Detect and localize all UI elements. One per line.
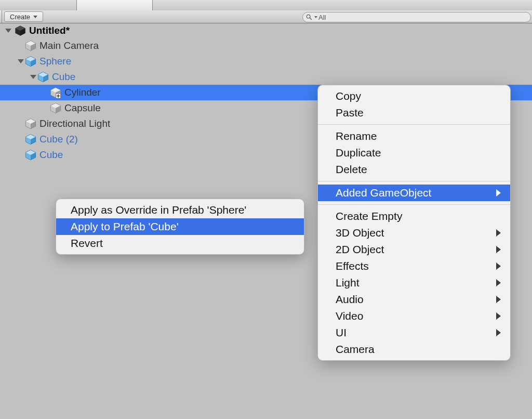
hierarchy-row-label: Capsule <box>64 102 101 114</box>
submenu-item-label: Apply to Prefab 'Cube' <box>71 220 179 232</box>
context-menu-item-3d-object[interactable]: 3D Object <box>318 225 510 241</box>
create-button-label: Create <box>10 13 30 21</box>
hierarchy-row-label: Cube <box>39 149 63 161</box>
context-menu-item-label: Copy <box>336 90 361 102</box>
context-menu-item-2d-object[interactable]: 2D Object <box>318 241 510 258</box>
submenu-item-label: Revert <box>71 237 103 249</box>
context-menu-item-effects[interactable]: Effects <box>318 258 510 274</box>
hierarchy-row-label: Cube (2) <box>39 134 78 145</box>
submenu-item-revert[interactable]: Revert <box>56 235 304 252</box>
context-menu-item-duplicate[interactable]: Duplicate <box>318 145 510 161</box>
hierarchy-search-input[interactable]: All <box>302 12 531 22</box>
search-placeholder: All <box>318 14 326 21</box>
svg-line-1 <box>310 18 311 19</box>
context-menu-item-light[interactable]: Light <box>318 274 510 291</box>
prefab-cube-icon <box>25 134 36 145</box>
disclosure-triangle-icon[interactable] <box>17 59 25 63</box>
context-menu-item-label: Camera <box>336 343 375 356</box>
disclosure-triangle-icon[interactable] <box>5 29 11 33</box>
create-button[interactable]: Create <box>4 11 43 22</box>
context-menu-item-paste[interactable]: Paste <box>318 104 510 121</box>
gameobject-cube-icon <box>50 102 61 114</box>
submenu-item-apply-as-override-in-prefab-sphere-[interactable]: Apply as Override in Prefab 'Sphere' <box>56 202 304 218</box>
context-menu-item-rename[interactable]: Rename <box>318 128 510 145</box>
hierarchy-context-menu: CopyPasteRenameDuplicateDeleteAdded Game… <box>317 85 511 361</box>
hierarchy-row-label: Main Camera <box>39 40 99 51</box>
hierarchy-row-label: Directional Light <box>39 118 110 129</box>
hierarchy-row-sphere[interactable]: Sphere <box>0 54 532 69</box>
active-tab-gap <box>76 0 153 11</box>
context-menu-item-label: Delete <box>336 163 367 176</box>
context-menu-item-video[interactable]: Video <box>318 308 510 324</box>
editor-tab-strip <box>0 0 532 11</box>
context-menu-item-label: Effects <box>336 260 369 272</box>
context-menu-item-label: Light <box>336 277 360 289</box>
context-menu-item-label: 2D Object <box>336 243 384 256</box>
scene-title: Untitled* <box>29 25 70 36</box>
toolbar-edge <box>0 10 2 23</box>
hierarchy-row-main-camera[interactable]: Main Camera <box>0 38 532 54</box>
hierarchy-row-label: Sphere <box>39 56 71 67</box>
hierarchy-row-label: Cube <box>52 71 75 83</box>
context-menu-item-label: Added GameObject <box>336 187 431 199</box>
context-menu-item-audio[interactable]: Audio <box>318 291 510 308</box>
hierarchy-row-cube[interactable]: Cube <box>0 69 532 85</box>
search-icon <box>306 14 312 20</box>
context-menu-item-label: Create Empty <box>336 210 402 222</box>
context-menu-item-label: Paste <box>336 107 364 119</box>
gameobject-cube-icon <box>25 118 36 129</box>
context-menu-item-added-gameobject[interactable]: Added GameObject <box>318 185 510 201</box>
context-menu-item-label: Duplicate <box>336 147 381 159</box>
context-menu-item-ui[interactable]: UI <box>318 324 510 341</box>
context-menu-item-label: 3D Object <box>336 227 384 239</box>
hierarchy-toolbar: Create All <box>0 10 532 23</box>
prefab-cube-icon <box>25 149 36 161</box>
search-filter-caret-icon <box>314 16 317 18</box>
context-menu-item-label: Video <box>336 310 363 322</box>
context-menu-item-label: UI <box>336 326 347 339</box>
hierarchy-row-label: Cylinder <box>64 87 101 98</box>
gameobject-added-cube-icon <box>50 87 61 98</box>
context-menu-item-label: Rename <box>336 130 377 142</box>
dropdown-caret-icon <box>33 16 37 18</box>
menu-separator <box>318 181 510 181</box>
context-menu-item-camera[interactable]: Camera <box>318 341 510 358</box>
prefab-cube-icon <box>25 56 36 67</box>
menu-separator <box>318 124 510 125</box>
scene-header[interactable]: Untitled* <box>0 23 532 38</box>
unity-scene-icon <box>15 25 26 36</box>
menu-separator <box>318 204 510 205</box>
context-menu-item-copy[interactable]: Copy <box>318 88 510 104</box>
submenu-item-label: Apply as Override in Prefab 'Sphere' <box>71 204 246 216</box>
submenu-item-apply-to-prefab-cube-[interactable]: Apply to Prefab 'Cube' <box>56 218 304 235</box>
disclosure-triangle-icon[interactable] <box>29 75 37 79</box>
context-menu-item-create-empty[interactable]: Create Empty <box>318 208 510 225</box>
context-menu-item-label: Audio <box>336 293 364 306</box>
added-gameobject-submenu: Apply as Override in Prefab 'Sphere'Appl… <box>56 199 304 255</box>
context-menu-item-delete[interactable]: Delete <box>318 161 510 178</box>
prefab-cube-icon <box>37 71 49 83</box>
gameobject-cube-icon <box>25 40 36 51</box>
